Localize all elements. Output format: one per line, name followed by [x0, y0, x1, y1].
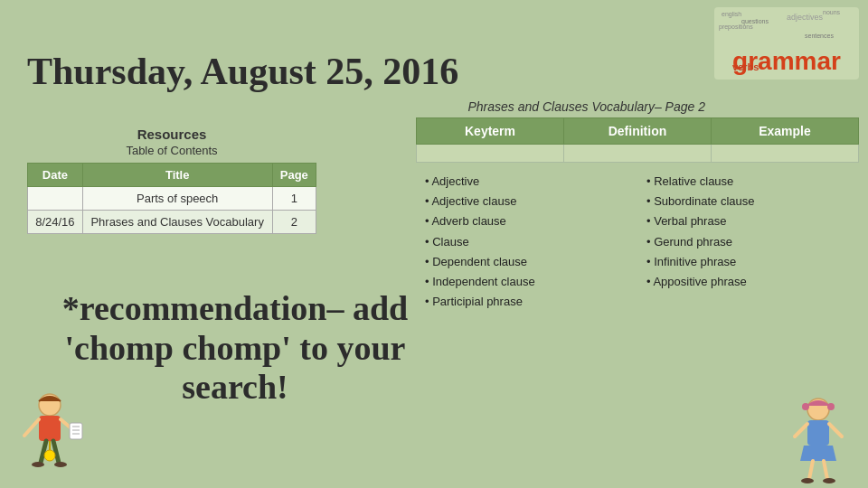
student-figure-left — [14, 389, 86, 479]
row2-date: 8/24/16 — [28, 211, 83, 234]
svg-point-11 — [54, 462, 67, 467]
list-item: Adverb clause — [425, 211, 637, 231]
list-item: Verbal phrase — [646, 211, 859, 231]
row2-page: 2 — [272, 211, 316, 234]
col-title: Title — [82, 164, 272, 187]
svg-line-2 — [24, 419, 39, 436]
list-item: Infinitive phrase — [646, 252, 859, 272]
list-item: Clause — [425, 232, 637, 252]
list-item: Appositive phrase — [646, 272, 859, 292]
svg-rect-1 — [39, 416, 61, 441]
student-svg-left — [14, 389, 86, 479]
vocab-subtitle: Phrases and Clauses Vocabulary– Page 2 — [467, 99, 705, 114]
resources-panel: Resources Table of Contents Date Title P… — [27, 127, 316, 234]
row2-title: Phrases and Clauses Vocabulary — [82, 211, 272, 234]
list-item: Adjective — [425, 172, 637, 192]
recommendation-text: *recommendation– add 'chomp chomp' to yo… — [27, 289, 443, 408]
svg-point-16 — [827, 403, 835, 410]
svg-marker-18 — [800, 446, 836, 461]
list-item: Independent clause — [425, 272, 637, 292]
svg-point-24 — [823, 478, 835, 483]
svg-line-22 — [824, 461, 827, 479]
list-item: Dependent clause — [425, 252, 637, 272]
vocab-col-definition: Definition — [564, 118, 712, 145]
vocab-lists: Adjective Adjective clause Adverb clause… — [416, 172, 859, 312]
col-page: Page — [272, 164, 316, 187]
svg-point-12 — [44, 450, 55, 461]
grammar-cloud: english questions adjectives preposition… — [714, 7, 859, 80]
svg-line-20 — [829, 424, 842, 436]
list-item: Subordinate clause — [646, 192, 859, 211]
svg-point-10 — [32, 462, 44, 467]
table-row: Parts of speech 1 — [28, 187, 316, 211]
list-item: Adjective clause — [425, 192, 637, 211]
svg-line-19 — [795, 424, 807, 436]
vocabulary-panel: Keyterm Definition Example Adjective Adj… — [416, 117, 859, 312]
row1-page: 1 — [272, 187, 316, 211]
page-title: Thursday, August 25, 2016 — [27, 50, 458, 93]
row1-date — [28, 187, 83, 211]
svg-rect-17 — [807, 420, 829, 446]
svg-point-15 — [802, 403, 809, 410]
list-item: Relative clause — [646, 172, 859, 192]
row1-title: Parts of speech — [82, 187, 272, 211]
svg-line-21 — [809, 461, 813, 479]
resources-heading: Resources — [27, 127, 316, 142]
vocab-col-keyterm: Keyterm — [417, 118, 564, 145]
toc-heading: Table of Contents — [27, 144, 316, 157]
svg-point-23 — [801, 478, 814, 483]
vocab-col-example: Example — [712, 118, 859, 145]
student-svg-right — [782, 393, 854, 483]
table-row: 8/24/16 Phrases and Clauses Vocabulary 2 — [28, 211, 316, 234]
vocab-list-right: Relative clause Subordinate clause Verba… — [637, 172, 859, 312]
svg-rect-4 — [70, 423, 82, 439]
student-figure-right — [782, 393, 854, 483]
list-item: Gerund phrase — [646, 232, 859, 252]
vocab-list-left: Adjective Adjective clause Adverb clause… — [416, 172, 637, 312]
vocab-header-table: Keyterm Definition Example — [416, 117, 859, 163]
list-item: Participial phrase — [425, 292, 637, 312]
toc-table: Date Title Page Parts of speech 1 8/24/1… — [27, 163, 316, 234]
col-date: Date — [28, 164, 83, 187]
